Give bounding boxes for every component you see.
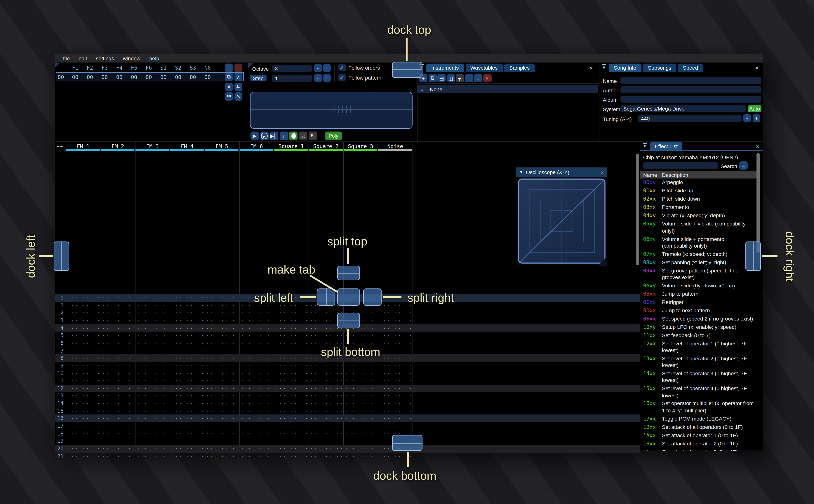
pattern-cell[interactable]: ··· ·· ·· ·· ·· — [102, 401, 133, 406]
oscilloscope-window[interactable]: ▼ Oscilloscope (X-Y) × — [516, 167, 607, 266]
pattern-cell[interactable]: ··· ·· ·· ·· ·· — [241, 446, 272, 452]
pattern-cell[interactable]: ··· ·· ·· ·· ·· — [275, 393, 307, 399]
order-cell[interactable]: 00 — [146, 74, 152, 80]
pattern-cell[interactable]: ··· ·· ·· ·· ·· — [241, 333, 272, 338]
pattern-cell[interactable]: ··· ·· ·· ·· ·· — [275, 378, 307, 384]
pattern-cell[interactable]: ··· ·· ·· ·· ·· — [67, 393, 99, 399]
pattern-cell[interactable]: ··· ·· ·· ·· ·· — [310, 423, 341, 429]
pattern-cell[interactable]: ··· ·· ·· ·· ·· — [310, 318, 341, 323]
pattern-cell[interactable]: ··· ·· ·· ·· ·· — [137, 438, 168, 444]
effect-row-10xy[interactable]: 10xySetup LFO (x: enable; y: speed) — [640, 323, 759, 331]
move-instrument-down-button[interactable]: ↓ — [474, 74, 482, 82]
poly-button[interactable]: Poly — [325, 132, 342, 140]
order-column-F4[interactable]: F4 — [116, 65, 122, 71]
pattern-cell[interactable]: ··· ·· ·· ·· ·· — [379, 340, 411, 346]
pattern-cell[interactable]: ··· ·· ·· ·· ·· — [206, 423, 237, 429]
effect-row-09xx[interactable]: 09xxSet groove pattern (speed 1 if no gr… — [640, 267, 759, 282]
instruments-tab-samples[interactable]: Samples — [504, 63, 535, 72]
menu-window[interactable]: window — [119, 55, 144, 61]
pattern-cell[interactable]: ··· ·· ·· ·· ·· — [206, 295, 237, 301]
pattern-cell[interactable]: ··· ·· ·· ·· ·· — [345, 378, 376, 384]
channel-header-square-1[interactable]: Square 1 — [274, 143, 308, 149]
pattern-cell[interactable]: ··· ·· ·· ·· ·· — [275, 423, 307, 429]
order-column-F2[interactable]: F2 — [87, 65, 93, 71]
pattern-cell[interactable]: ··· ·· ·· ·· ·· — [379, 401, 411, 406]
menu-edit[interactable]: edit — [75, 55, 91, 61]
order-column-N0[interactable]: N0 — [204, 65, 211, 71]
pattern-row[interactable]: 16··· ·· ·· ·· ····· ·· ·· ·· ····· ·· ·… — [55, 415, 640, 422]
pattern-cell[interactable]: ··· ·· ·· ·· ·· — [171, 340, 203, 346]
pattern-cell[interactable]: ··· ·· ·· ·· ·· — [102, 393, 133, 399]
follow-pattern-checkbox[interactable]: ✓ — [338, 74, 345, 81]
name-input[interactable] — [621, 77, 761, 84]
system-input[interactable]: Sega Genesis/Mega Drive — [621, 105, 746, 112]
pattern-cell[interactable]: ··· ·· ·· ·· ·· — [241, 416, 272, 421]
pattern-cell[interactable]: ··· ·· ·· ·· ·· — [379, 318, 411, 323]
pattern-cell[interactable]: ··· ·· ·· ·· ·· — [67, 348, 99, 353]
pattern-cell[interactable]: ··· ·· ·· ·· ·· — [102, 356, 133, 361]
song-info-close-icon[interactable]: × — [755, 65, 759, 71]
effect-list-close-icon[interactable]: × — [756, 143, 759, 150]
effect-row-0Axy[interactable]: 0AxyVolume slide (0y: down; x0: up) — [640, 281, 759, 290]
pattern-cell[interactable]: ··· ·· ·· ·· ·· — [137, 348, 168, 353]
pattern-cell[interactable]: ··· ·· ·· ·· ·· — [102, 318, 133, 323]
order-edit-mode-button[interactable]: ↖ — [234, 92, 242, 101]
pattern-cell[interactable]: ··· ·· ·· ·· ·· — [171, 333, 203, 338]
order-column-S2[interactable]: S2 — [175, 65, 181, 71]
pattern-cell[interactable]: ··· ·· ·· ·· ·· — [67, 401, 99, 406]
pattern-cell[interactable]: ··· ·· ·· ·· ·· — [67, 356, 99, 361]
pattern-row[interactable]: 9··· ·· ·· ·· ····· ·· ·· ·· ····· ·· ··… — [55, 362, 640, 370]
pattern-cell[interactable]: ··· ·· ·· ·· ·· — [345, 393, 376, 399]
pattern-cell[interactable]: ··· ·· ·· ·· ·· — [345, 423, 376, 429]
pattern-cell[interactable]: ··· ·· ·· ·· ·· — [67, 303, 99, 308]
pattern-cell[interactable]: ··· ·· ·· ·· ·· — [67, 333, 99, 338]
pattern-cell[interactable]: ··· ·· ·· ·· ·· — [67, 371, 99, 376]
pattern-cell[interactable]: ··· ·· ·· ·· ·· — [310, 416, 341, 421]
add-order-button[interactable]: + — [225, 64, 233, 72]
pattern-cell[interactable]: ··· ·· ·· ·· ·· — [345, 454, 376, 459]
pattern-cell[interactable]: ··· ·· ·· ·· ·· — [275, 325, 307, 331]
effect-row-06xy[interactable]: 06xyVolume slide + portamento (compatibi… — [640, 235, 759, 250]
pattern-cell[interactable]: ··· ·· ·· ·· ·· — [310, 363, 341, 369]
pattern-cell[interactable]: ··· ·· ·· ·· ·· — [275, 446, 307, 452]
pattern-cell[interactable]: ··· ·· ·· ·· ·· — [345, 386, 376, 391]
move-order-up-button[interactable]: ∧ — [234, 73, 242, 81]
pattern-cell[interactable]: ··· ·· ·· ·· ·· — [310, 446, 341, 452]
pattern-cell[interactable]: ··· ·· ·· ·· ·· — [102, 348, 133, 353]
pattern-cell[interactable]: ··· ·· ·· ·· ·· — [102, 333, 133, 338]
pattern-cell[interactable]: ··· ·· ·· ·· ·· — [206, 454, 237, 459]
pattern-cell[interactable]: ··· ·· ·· ·· ·· — [310, 333, 341, 338]
channel-header-fm-6[interactable]: FM 6 — [239, 143, 274, 149]
pattern-cell[interactable]: ··· ·· ·· ·· ·· — [379, 356, 411, 361]
author-input[interactable] — [621, 86, 761, 93]
effect-row-05xy[interactable]: 05xyVolume slide + vibrato (compatibilit… — [640, 220, 759, 235]
effect-row-14xx[interactable]: 14xxSet level of operator 3 (0 highest, … — [640, 370, 759, 385]
pattern-cell[interactable]: ··· ·· ·· ·· ·· — [171, 454, 203, 459]
pattern-cell[interactable]: ··· ·· ·· ·· ·· — [275, 310, 307, 316]
instrument-folders-button[interactable]: ┳ — [456, 74, 464, 82]
menu-help[interactable]: help — [145, 55, 163, 61]
pattern-cell[interactable]: ··· ·· ·· ·· ·· — [379, 393, 411, 399]
effect-row-0Fxx[interactable]: 0FxxSet speed (speed 2 if no grooves exi… — [640, 315, 759, 323]
instruments-tab-wavetables[interactable]: Wavetables — [466, 63, 503, 72]
pattern-scrollbar[interactable] — [636, 154, 639, 265]
step-plus-button[interactable]: + — [323, 74, 331, 82]
split-left-target[interactable] — [317, 288, 335, 306]
pattern-cell[interactable]: ··· ·· ·· ·· ·· — [206, 431, 237, 436]
effect-row-17xx[interactable]: 17xxToggle PCM mode (LEGACY) — [640, 415, 759, 423]
order-cell[interactable]: 00 — [72, 74, 78, 80]
pattern-cell[interactable]: ··· ·· ·· ·· ·· — [379, 416, 411, 421]
pattern-cell[interactable]: ··· ·· ·· ·· ·· — [275, 363, 307, 369]
duplicate-order-end-button[interactable]: ⇊ — [234, 83, 242, 91]
pattern-cell[interactable]: ··· ·· ·· ·· ·· — [241, 431, 272, 436]
pattern-cell[interactable]: ··· ·· ·· ·· ·· — [241, 356, 272, 361]
channel-header-fm-5[interactable]: FM 5 — [204, 143, 239, 149]
pattern-cell[interactable]: ··· ·· ·· ·· ·· — [137, 325, 168, 331]
pattern-cell[interactable]: ··· ·· ·· ·· ·· — [67, 454, 99, 459]
pattern-cell[interactable]: ··· ·· ·· ·· ·· — [379, 333, 411, 338]
pattern-cell[interactable]: ··· ·· ·· ·· ·· — [137, 318, 168, 323]
pattern-cell[interactable]: ··· ·· ·· ·· ·· — [171, 386, 203, 391]
pattern-cell[interactable]: ··· ·· ·· ·· ·· — [310, 310, 341, 316]
pattern-cell[interactable]: ··· ·· ·· ·· ·· — [206, 363, 237, 369]
pattern-cell[interactable]: ··· ·· ·· ·· ·· — [345, 401, 376, 406]
